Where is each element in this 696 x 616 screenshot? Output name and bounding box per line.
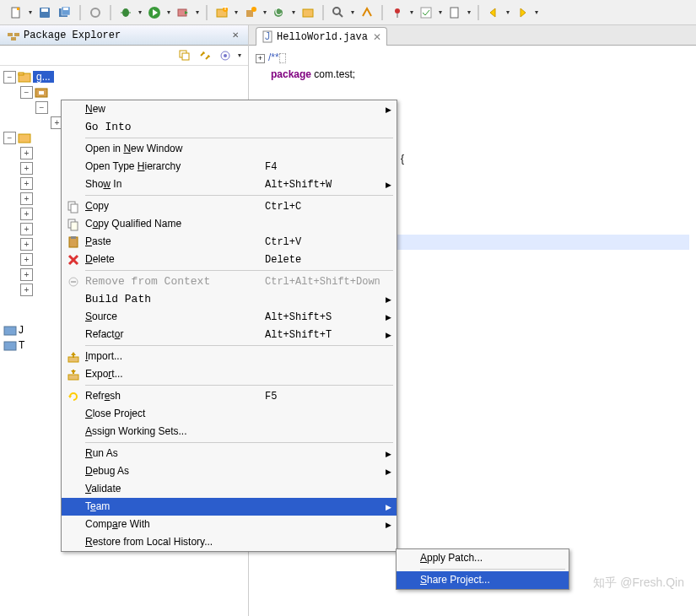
expand-icon[interactable]: + (20, 162, 33, 175)
submenu-item-apply-patch[interactable]: Apply Patch... (397, 549, 569, 567)
menu-item-paste[interactable]: PasteCtrl+V (62, 233, 397, 251)
menu-item-new[interactable]: New▶ (62, 100, 397, 118)
separator (322, 5, 324, 20)
back-icon[interactable] (484, 3, 503, 22)
panel-tab[interactable]: Package Explorer ✕ (0, 25, 248, 46)
menu-item-show-in[interactable]: Show InAlt+Shift+W▶ (62, 176, 397, 193)
menu-item-open-in-new-window[interactable]: Open in New Window (62, 140, 397, 158)
save-all-icon[interactable] (56, 3, 74, 22)
menu-label: Validate (85, 483, 265, 495)
blank-icon (65, 534, 82, 551)
fwd-icon[interactable] (513, 3, 531, 22)
submenu-arrow-icon: ▶ (383, 521, 393, 529)
dropdown-arrow-icon[interactable]: ▾ (504, 3, 511, 22)
focus-icon[interactable] (216, 46, 235, 65)
new-project-icon[interactable]: + (213, 3, 231, 22)
dropdown-arrow-icon[interactable]: ▾ (533, 3, 540, 22)
menu-label: Refactor (85, 328, 265, 341)
dropdown-arrow-icon[interactable]: ▾ (437, 3, 444, 22)
menu-separator (420, 569, 565, 570)
collapse-all-icon[interactable] (175, 46, 194, 65)
dropdown-arrow-icon[interactable]: ▾ (349, 3, 356, 22)
menu-label: Source (85, 311, 265, 323)
expand-icon[interactable]: + (20, 223, 33, 235)
run-icon[interactable] (145, 3, 164, 22)
dropdown-arrow-icon[interactable]: ▾ (262, 3, 268, 22)
editor-tabbar: J HelloWorld.java ✕ (249, 25, 696, 46)
menu-item-assign-working-sets[interactable]: Assign Working Sets... (62, 423, 397, 440)
new-icon[interactable] (7, 3, 25, 22)
blank-icon (65, 499, 82, 516)
expand-icon[interactable]: + (20, 238, 33, 251)
dropdown-arrow-icon[interactable]: ▾ (137, 3, 143, 22)
menu-item-run-as[interactable]: Run As▶ (62, 445, 397, 462)
open-type-icon[interactable] (299, 3, 317, 22)
menu-item-debug-as[interactable]: Debug As▶ (62, 462, 397, 480)
collapse-icon[interactable]: − (35, 101, 48, 114)
menu-item-import[interactable]: Import... (62, 348, 397, 365)
menu-accelerator: Ctrl+V (265, 236, 383, 248)
new-package-icon[interactable] (241, 3, 260, 22)
code-text: com.test; (311, 68, 355, 80)
new-class-icon[interactable]: C (270, 3, 289, 22)
blank-icon (65, 327, 82, 343)
dropdown-arrow-icon[interactable]: ▾ (466, 3, 472, 22)
dropdown-arrow-icon[interactable]: ▾ (194, 3, 201, 22)
save-icon[interactable] (35, 3, 54, 22)
link-editor-icon[interactable] (196, 46, 214, 65)
dropdown-arrow-icon[interactable]: ▾ (165, 3, 172, 22)
editor-tab[interactable]: J HelloWorld.java ✕ (256, 27, 387, 46)
dropdown-arrow-icon[interactable]: ▾ (27, 3, 34, 22)
pin-icon[interactable] (388, 3, 407, 22)
expand-icon[interactable]: + (20, 284, 33, 296)
svg-rect-41 (39, 91, 44, 95)
menu-item-copy[interactable]: CopyCtrl+C (62, 197, 397, 215)
tree-row[interactable]: − g... (2, 69, 246, 84)
menu-item-copy-qualified-name[interactable]: Copy Qualified Name (62, 215, 397, 233)
annotation-icon[interactable] (358, 3, 376, 22)
expand-icon[interactable]: + (20, 177, 33, 190)
menu-item-close-project[interactable]: Close Project (62, 405, 397, 423)
collapse-icon[interactable]: − (20, 86, 33, 99)
menu-item-refresh[interactable]: RefreshF5 (62, 387, 397, 405)
menu-label: Import... (85, 350, 265, 363)
menu-item-source[interactable]: SourceAlt+Shift+S▶ (62, 308, 397, 326)
collapse-icon[interactable]: − (3, 71, 16, 84)
menu-item-go-into[interactable]: Go Into (62, 118, 397, 136)
close-icon[interactable]: ✕ (373, 31, 381, 43)
menu-accelerator: Alt+Shift+S (265, 311, 383, 323)
close-icon[interactable]: ✕ (229, 30, 241, 41)
file2-icon[interactable] (445, 3, 464, 22)
expand-icon[interactable]: + (20, 268, 33, 281)
menu-item-team[interactable]: Team▶ (62, 498, 397, 516)
menu-item-refactor[interactable]: RefactorAlt+Shift+T▶ (62, 326, 397, 343)
collapse-icon[interactable]: − (3, 132, 16, 144)
dropdown-arrow-icon[interactable]: ▾ (233, 3, 240, 22)
menu-item-compare-with[interactable]: Compare With▶ (62, 516, 397, 533)
view-menu-icon[interactable]: ▾ (236, 46, 243, 65)
submenu-item-share-project[interactable]: Share Project... (397, 571, 569, 589)
debug-icon[interactable] (116, 3, 135, 22)
run-last-icon[interactable] (174, 3, 192, 22)
menu-item-delete[interactable]: DeleteDelete (62, 251, 397, 268)
dropdown-arrow-icon[interactable]: ▾ (290, 3, 297, 22)
expand-icon[interactable]: + (20, 147, 33, 159)
expand-icon[interactable]: + (20, 208, 33, 220)
task-icon[interactable] (417, 3, 435, 22)
menu-separator (85, 195, 393, 196)
menu-item-validate[interactable]: Validate (62, 480, 397, 498)
fold-icon[interactable]: + (256, 54, 265, 63)
expand-icon[interactable]: + (20, 192, 33, 205)
main-toolbar: ▾ ▾ ▾ ▾ +▾ ▾ C▾ ▾ ▾ ▾ ▾ ▾ ▾ (0, 0, 696, 25)
search-icon[interactable] (329, 3, 348, 22)
menu-item-build-path[interactable]: Build Path▶ (62, 290, 397, 308)
menu-label: Copy Qualified Name (85, 218, 265, 230)
expand-icon[interactable]: + (20, 253, 33, 266)
menu-item-restore-from-local-history[interactable]: Restore from Local History... (62, 533, 397, 551)
blank-icon (65, 101, 82, 118)
skip-icon[interactable] (86, 3, 105, 22)
menu-item-export[interactable]: Export... (62, 365, 397, 383)
tree-row[interactable]: − (2, 84, 246, 100)
menu-item-open-type-hierarchy[interactable]: Open Type HierarchyF4 (62, 158, 397, 176)
dropdown-arrow-icon[interactable]: ▾ (408, 3, 415, 22)
